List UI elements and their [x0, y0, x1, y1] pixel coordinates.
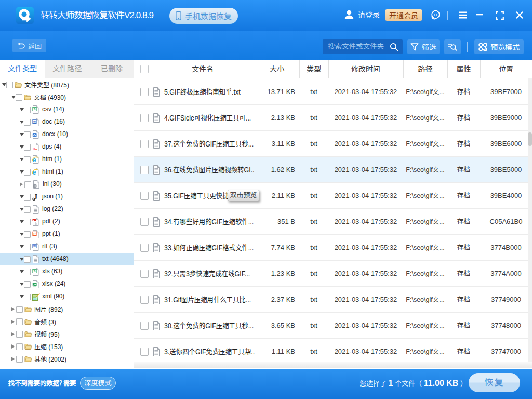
svg-text:S: S [34, 108, 36, 111]
svg-text:ml: ml [33, 297, 37, 300]
svg-text:S: S [34, 270, 36, 273]
svg-text:P: P [34, 232, 36, 235]
svg-text:u: u [33, 147, 35, 151]
svg-text:W: W [33, 120, 36, 123]
svg-text:W: W [33, 245, 36, 248]
